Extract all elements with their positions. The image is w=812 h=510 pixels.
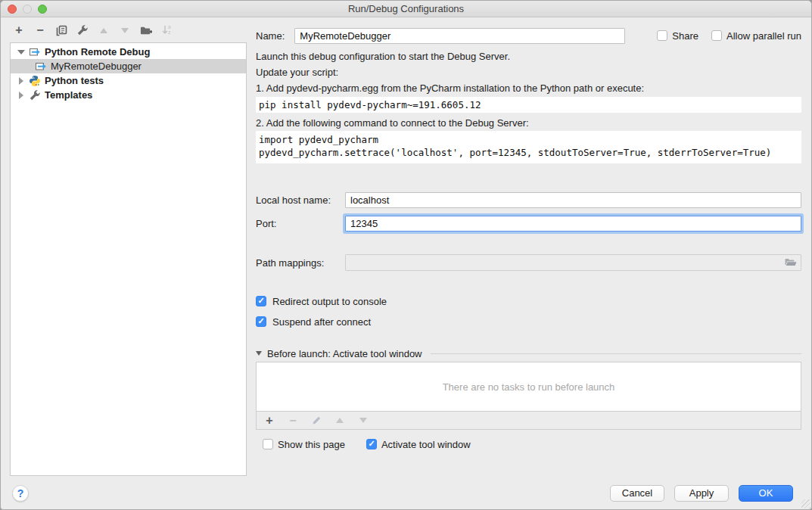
open-folder-icon [784,257,798,269]
move-task-up-button[interactable] [334,415,346,427]
local-host-name-label: Local host name: [256,194,345,206]
path-mappings-input[interactable] [345,254,801,271]
move-up-icon [336,418,344,423]
remove-configuration-button[interactable]: − [34,24,46,36]
code-line-settrace: pydevd_pycharm.settrace('localhost', por… [259,146,798,159]
run-debug-configurations-dialog: Run/Debug Configurations + − az Python R… [0,0,812,510]
pip-install-code: pip install pydevd-pycharm~=191.6605.12 [256,97,801,113]
edit-templates-button[interactable] [76,24,89,36]
configuration-form: Name: Share Allow parallel run Launch th… [256,22,801,450]
copy-configuration-button[interactable] [55,24,67,36]
edit-pencil-icon [312,415,322,425]
configurations-toolbar: + − az [13,24,173,36]
share-checkbox[interactable] [657,30,667,41]
remove-task-button[interactable]: − [287,415,299,427]
share-label: Share [672,30,698,42]
resize-grip[interactable] [801,499,810,508]
window-title: Run/Debug Configurations [1,3,811,14]
suspend-after-connect-checkbox[interactable] [256,316,266,327]
name-row: Name: Share Allow parallel run [256,27,801,44]
chevron-right-icon[interactable] [15,92,27,99]
instruction-step-2: 2. Add the following command to connect … [256,117,801,129]
remove-icon: − [289,415,296,427]
activate-tool-window-label: Activate tool window [381,439,471,450]
chevron-right-icon[interactable] [15,77,27,85]
edit-task-button[interactable] [310,415,322,427]
remove-icon: − [36,24,43,36]
local-host-row: Local host name: [256,191,801,208]
redirect-output-label: Redirect output to console [272,296,387,307]
redirect-output-row[interactable]: Redirect output to console [256,295,801,307]
wrench-icon [76,24,89,36]
new-folder-icon [140,25,152,36]
suspend-after-connect-label: Suspend after connect [272,316,371,328]
configurations-tree: Python Remote Debug MyRemoteDebugger Pyt… [10,42,247,476]
remote-debug-icon [29,46,41,58]
help-button[interactable]: ? [12,485,29,502]
ok-button[interactable]: OK [739,485,793,502]
copy-icon [56,25,67,36]
apply-button[interactable]: Apply [674,485,729,502]
tree-item-templates[interactable]: Templates [11,88,246,102]
allow-parallel-checkbox-group[interactable]: Allow parallel run [711,30,801,42]
separator-line [431,353,801,354]
instruction-line-2: Update your script: [256,67,801,79]
create-folder-button[interactable] [140,24,152,36]
share-checkbox-group[interactable]: Share [657,30,698,42]
dialog-buttons: Cancel Apply OK [610,485,793,502]
allow-parallel-run-checkbox[interactable] [711,30,722,41]
sort-alpha-icon: az [161,24,173,36]
show-this-page-label: Show this page [278,439,345,450]
tree-item-python-remote-debug[interactable]: Python Remote Debug [11,45,246,59]
before-launch-toolbar: + − [256,412,801,430]
add-icon: + [266,415,272,427]
local-host-name-input[interactable] [345,192,801,208]
name-input[interactable] [294,28,625,44]
suspend-after-connect-row[interactable]: Suspend after connect [256,316,801,328]
sort-configurations-button[interactable]: az [161,24,173,36]
add-configuration-button[interactable]: + [13,24,25,36]
settrace-code-block: import pydevd_pycharmpydevd_pycharm.sett… [256,131,801,163]
tree-item-label: Templates [45,89,92,101]
port-row: Port: [256,215,801,232]
port-label: Port: [256,218,345,229]
tree-item-label: Python tests [45,75,104,86]
footer-checkbox-row: Show this page Activate tool window [263,438,801,450]
path-mappings-label: Path mappings: [256,257,345,269]
instruction-line-1: Launch this debug configuration to start… [256,51,801,63]
cancel-button[interactable]: Cancel [610,485,664,502]
move-task-down-button[interactable] [357,415,369,427]
redirect-output-checkbox[interactable] [256,296,266,306]
move-up-icon [100,28,107,33]
move-down-icon [359,418,367,423]
templates-wrench-icon [29,89,41,101]
add-task-button[interactable]: + [263,415,275,427]
titlebar[interactable]: Run/Debug Configurations [1,1,811,17]
before-launch-header[interactable]: Before launch: Activate tool window [256,347,801,359]
activate-tool-window-group[interactable]: Activate tool window [366,439,471,450]
tree-item-python-tests[interactable]: Python tests [11,73,246,88]
name-label: Name: [256,30,285,42]
move-down-button[interactable] [119,24,131,36]
show-this-page-checkbox[interactable] [263,439,273,449]
tree-item-label: MyRemoteDebugger [51,61,142,72]
before-launch-task-list[interactable]: There are no tasks to run before launch [256,362,801,412]
tree-item-my-remote-debugger[interactable]: MyRemoteDebugger [11,59,246,73]
code-line-import: import pydevd_pycharm [259,133,798,146]
port-input[interactable] [345,216,801,232]
before-launch-title: Before launch: Activate tool window [267,348,422,359]
remote-debug-icon [35,61,47,73]
move-down-icon [121,28,129,33]
chevron-down-icon[interactable] [15,50,27,54]
move-up-button[interactable] [98,24,110,36]
path-mappings-row: Path mappings: [256,254,801,271]
svg-text:a: a [168,24,171,30]
add-icon: + [15,24,22,36]
activate-tool-window-checkbox[interactable] [366,439,377,449]
help-icon: ? [17,487,24,499]
browse-path-mappings-button[interactable] [784,257,798,269]
svg-text:z: z [168,30,170,35]
tree-item-label: Python Remote Debug [45,46,150,58]
show-this-page-group[interactable]: Show this page [263,439,345,450]
chevron-down-icon[interactable] [256,351,262,356]
